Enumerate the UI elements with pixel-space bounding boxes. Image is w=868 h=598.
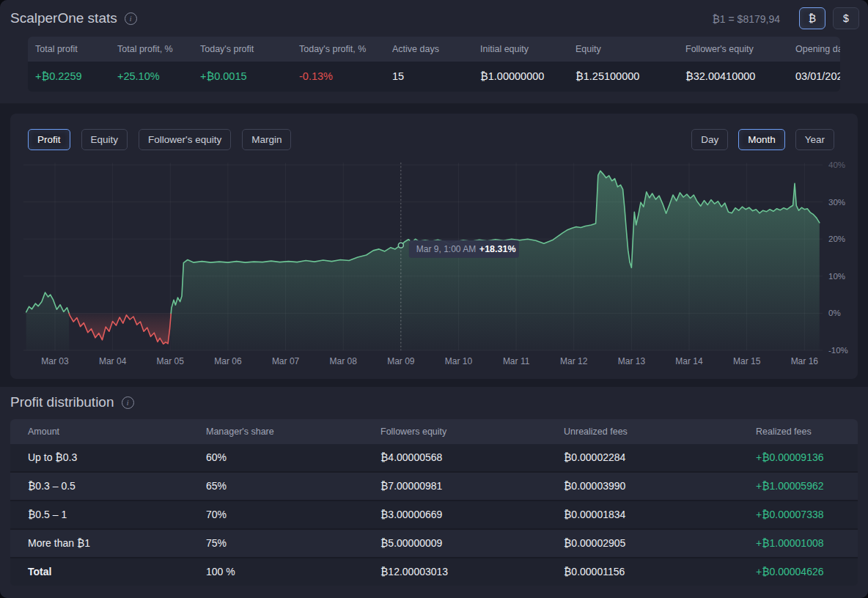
distribution-cell-amount: ₿0.5 – 1 [10, 501, 206, 528]
distribution-cell-realized: +₿0.00004626 [756, 558, 858, 586]
svg-text:30%: 30% [828, 198, 845, 207]
period-year[interactable]: Year [795, 129, 834, 150]
distribution-table-header: AmountManager's shareFollowers equityUnr… [10, 419, 858, 444]
distribution-row[interactable]: ₿0.5 – 170%₿3.00000669₿0.00001834+₿0.000… [10, 500, 858, 528]
stats-value-cell: ₿1.25100000 [568, 62, 678, 92]
distribution-cell-followers: ₿12.00003013 [380, 558, 564, 586]
svg-text:Mar 05: Mar 05 [157, 356, 185, 366]
tab-profit[interactable]: Profit [28, 129, 70, 150]
distribution-table-body: Up to ₿0.360%₿4.00000568₿0.00002284+₿0.0… [10, 444, 858, 586]
svg-text:Mar 06: Mar 06 [214, 356, 242, 366]
distribution-cell-amount: Up to ₿0.3 [10, 444, 206, 471]
tab-equity[interactable]: Equity [81, 129, 128, 150]
info-icon[interactable]: i [122, 396, 134, 409]
svg-text:+18.31%: +18.31% [479, 244, 516, 254]
distribution-header-cell: Followers equity [380, 419, 564, 444]
distribution-cell-unrealized: ₿0.00003990 [564, 473, 756, 500]
distribution-cell-realized: +₿0.00007338 [756, 501, 858, 528]
distribution-cell-amount: ₿0.3 – 0.5 [10, 473, 206, 500]
stats-table-header: Total profitTotal profit, %Today's profi… [28, 37, 840, 62]
stats-header-cell: Total profit [28, 37, 110, 62]
distribution-row[interactable]: Up to ₿0.360%₿4.00000568₿0.00002284+₿0.0… [10, 444, 858, 471]
distribution-row[interactable]: Total100 %₿12.00003013₿0.00001156+₿0.000… [10, 557, 858, 586]
svg-text:Mar 14: Mar 14 [675, 356, 703, 366]
tab-follower-s-equity[interactable]: Follower's equity [139, 129, 231, 150]
chart-tooltip: Mar 9, 1:00 AM+18.31% [409, 240, 519, 258]
stats-header-cell: Initial equity [473, 37, 568, 62]
stats-header-cell: Active days [385, 37, 473, 62]
svg-text:-10%: -10% [828, 346, 848, 355]
svg-text:Mar 11: Mar 11 [503, 356, 530, 366]
distribution-header-cell: Amount [10, 419, 206, 444]
stats-value-cell: +₿0.2259 [28, 62, 110, 92]
svg-text:Mar 16: Mar 16 [791, 356, 819, 366]
distribution-row[interactable]: More than ₿175%₿5.00000009₿0.00002905+₿1… [10, 528, 858, 557]
distribution-cell-unrealized: ₿0.00001834 [564, 501, 756, 528]
distribution-cell-followers: ₿4.00000568 [380, 444, 564, 471]
distribution-row[interactable]: ₿0.3 – 0.565%₿7.00000981₿0.00003990+₿1.0… [10, 471, 858, 500]
distribution-cell-followers: ₿5.00000009 [380, 530, 564, 557]
svg-text:0%: 0% [828, 309, 841, 317]
profit-chart-card: ProfitEquityFollower's equityMargin DayM… [10, 114, 858, 379]
distribution-cell-followers: ₿3.00000669 [380, 501, 564, 528]
distribution-cell-unrealized: ₿0.00002284 [564, 444, 756, 471]
distribution-header-cell: Realized fees [756, 419, 858, 444]
distribution-cell-share: 75% [206, 530, 380, 557]
distribution-table: AmountManager's shareFollowers equityUnr… [10, 419, 858, 586]
info-icon[interactable]: i [125, 12, 137, 25]
stats-table: Total profitTotal profit, %Today's profi… [28, 37, 840, 92]
svg-text:Mar 08: Mar 08 [330, 356, 358, 366]
stats-header-cell: Equity [568, 37, 678, 62]
stats-value-cell: +25.10% [110, 62, 193, 92]
stats-value-cell: ₿1.00000000 [473, 62, 568, 92]
stats-value-cell: -0.13% [292, 62, 385, 92]
distribution-cell-share: 70% [206, 501, 380, 528]
stats-header-cell: Follower's equity [678, 37, 788, 62]
svg-text:40%: 40% [828, 160, 845, 169]
distribution-cell-realized: +₿0.00009136 [756, 444, 858, 471]
stats-header-cell: Total profit, % [110, 37, 193, 62]
stats-header-cell: Today's profit, % [292, 37, 385, 62]
svg-text:Mar 03: Mar 03 [41, 356, 69, 366]
svg-text:Mar 13: Mar 13 [618, 356, 646, 366]
distribution-cell-amount: More than ₿1 [10, 530, 206, 557]
page-title-row: ScalperOne stats i [10, 10, 137, 26]
distribution-cell-share: 100 % [206, 558, 380, 586]
distribution-cell-unrealized: ₿0.00002905 [564, 530, 756, 557]
distribution-header-cell: Unrealized fees [564, 419, 756, 444]
svg-text:Mar 09: Mar 09 [387, 356, 415, 366]
period-month[interactable]: Month [738, 129, 785, 150]
chart-metric-tabs: ProfitEquityFollower's equityMargin [28, 129, 291, 150]
stats-card: ScalperOne stats i ₿1 = $8179,94 ₿ $ Tot… [0, 0, 868, 103]
svg-text:20%: 20% [828, 235, 845, 243]
chart-period-buttons: DayMonthYear [691, 129, 834, 150]
stats-value-cell: 15 [385, 62, 473, 92]
profit-line-chart[interactable]: 40%30%20%10%0%-10%Mar 03Mar 04Mar 05Mar … [10, 154, 858, 373]
stats-value-cell: ₿32.00410000 [678, 62, 788, 92]
distribution-cell-share: 65% [206, 473, 380, 500]
svg-text:Mar 15: Mar 15 [733, 356, 761, 366]
stats-value-cell: +₿0.0015 [193, 62, 292, 92]
stats-table-values: +₿0.2259+25.10%+₿0.0015-0.13%15₿1.000000… [28, 62, 840, 92]
stats-header-cell: Opening date [788, 37, 840, 62]
stats-value-cell: 03/01/2020 [788, 62, 840, 92]
period-day[interactable]: Day [691, 129, 728, 150]
distribution-cell-unrealized: ₿0.00001156 [564, 558, 756, 586]
svg-text:Mar 04: Mar 04 [99, 356, 127, 366]
tab-margin[interactable]: Margin [242, 129, 291, 150]
distribution-header-cell: Manager's share [206, 419, 380, 444]
currency-btc-button[interactable]: ₿ [799, 7, 825, 29]
svg-text:Mar 07: Mar 07 [272, 356, 300, 366]
distribution-cell-followers: ₿7.00000981 [380, 473, 564, 500]
currency-usd-button[interactable]: $ [833, 7, 859, 29]
distribution-cell-realized: +₿1.00001008 [756, 530, 858, 557]
exchange-rate-label: ₿1 = $8179,94 [713, 13, 781, 25]
page-title: ScalperOne stats [10, 10, 117, 26]
distribution-cell-realized: +₿1.00005962 [756, 473, 858, 500]
scalperone-dashboard: ScalperOne stats i ₿1 = $8179,94 ₿ $ Tot… [0, 0, 868, 598]
svg-text:Mar 10: Mar 10 [445, 356, 473, 366]
svg-text:Mar 12: Mar 12 [560, 356, 588, 366]
distribution-title-row: Profit distribution i [10, 394, 134, 410]
profit-distribution-card: Profit distribution i AmountManager's sh… [0, 387, 868, 598]
distribution-title: Profit distribution [10, 394, 114, 410]
